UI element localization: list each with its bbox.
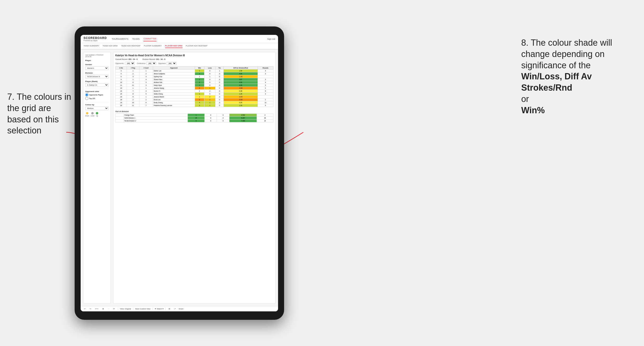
cell-diff: -3.00 bbox=[224, 87, 258, 90]
data-table: # Div # Reg # Conf Opponent Win Loss Tie… bbox=[115, 66, 274, 107]
table-row: 9 1 4 Sharon Mun 1 0 0 3.67 3 bbox=[116, 78, 274, 81]
cell-div: 18 bbox=[116, 98, 127, 101]
level-dot bbox=[91, 112, 94, 114]
radio-opponents-played-input[interactable] bbox=[85, 93, 88, 96]
sub-nav-team-h2h-grid[interactable]: TEAM H2H GRID bbox=[102, 44, 118, 48]
cell-div: 14 bbox=[116, 90, 127, 93]
cell-loss: 0 bbox=[204, 69, 216, 72]
sub-nav-player-h2h-grid[interactable]: PLAYER H2H GRID bbox=[165, 44, 182, 48]
cell-win: 1 bbox=[195, 75, 204, 78]
opponents-filter-select[interactable]: (All) bbox=[125, 62, 135, 65]
cell-reg: 11 bbox=[127, 84, 140, 87]
down-dot bbox=[86, 112, 88, 114]
cell-loss: 0 bbox=[204, 72, 216, 75]
gender-section: Gender Women's bbox=[85, 63, 108, 70]
cell-diff: 0.30 bbox=[224, 101, 258, 104]
opponent-filter-select[interactable]: (All) bbox=[166, 62, 176, 65]
filter-conference-label: Conference bbox=[137, 62, 146, 64]
sub-nav-player-h2h-heatmap[interactable]: PLAYER H2H HEATMAP bbox=[186, 44, 208, 48]
table-row: 20 11 7 Federica Domecq Lacroze 2 1 0 1.… bbox=[116, 104, 274, 107]
radio-opponents-played[interactable]: Opponents Played bbox=[85, 93, 108, 96]
toolbar-edit[interactable]: · · bbox=[107, 307, 110, 310]
cell-conf: 4 bbox=[139, 78, 153, 81]
sub-nav-team-summary[interactable]: TEAM SUMMARY bbox=[84, 44, 99, 48]
toolbar-grid[interactable]: ⊞ bbox=[101, 307, 105, 310]
toolbar-undo[interactable]: ↩ bbox=[83, 307, 87, 310]
division-select[interactable]: NCAA Division III bbox=[85, 75, 108, 78]
sub-nav-team-h2h-heatmap[interactable]: TEAM H2H HEATMAP bbox=[121, 44, 140, 48]
left-annotation-text: 7. The colours in the grid are based on … bbox=[7, 92, 71, 135]
sign-out[interactable]: Sign out bbox=[267, 38, 275, 40]
conference-filter-select[interactable]: (All) bbox=[146, 62, 156, 65]
filter-row: Opponents: (All) Conference (All) Oppone… bbox=[115, 62, 274, 65]
divider2 bbox=[85, 102, 108, 102]
sub-nav-player-summary[interactable]: PLAYER SUMMARY bbox=[144, 44, 162, 48]
nav-committee[interactable]: COMMITTEE bbox=[144, 36, 156, 41]
col-rounds: Rounds bbox=[258, 67, 273, 69]
cell-diff: 4.00 bbox=[224, 81, 258, 84]
grid-record: Overall Record: 353 - 34 - 6 Division Re… bbox=[115, 58, 274, 60]
cell-diff: 1.25 bbox=[224, 93, 258, 95]
col-reg: # Reg bbox=[127, 67, 140, 69]
cell-diff: 4.500 bbox=[230, 114, 257, 117]
save-custom-view-label: Save Custom View bbox=[135, 308, 150, 310]
radio-top100[interactable]: Top 100 bbox=[85, 97, 108, 100]
player-section: Player bbox=[85, 59, 108, 62]
cell-win: 4 bbox=[195, 101, 204, 104]
cell-reg: 6 bbox=[127, 81, 140, 84]
left-annotation: 7. The colours in the grid are based on … bbox=[7, 91, 72, 136]
gender-select[interactable]: Women's bbox=[85, 66, 108, 70]
cell-div: 16 bbox=[116, 95, 127, 98]
toolbar-share[interactable]: Share bbox=[179, 308, 184, 310]
cell-loss: 0 bbox=[204, 117, 217, 120]
toolbar-save-custom-view[interactable]: Save Custom View bbox=[135, 308, 150, 310]
toolbar-reset[interactable]: ↩↪ bbox=[94, 307, 100, 310]
nav-tournaments[interactable]: TOURNAMENTS bbox=[112, 37, 128, 41]
toolbar-layout[interactable]: ⊞ bbox=[168, 307, 171, 310]
toolbar-watch[interactable]: 👁 Watch ▾ bbox=[154, 308, 164, 310]
cell-tie: 1 bbox=[216, 69, 224, 72]
cell-conf: 2 bbox=[139, 98, 153, 101]
radio-top100-input[interactable] bbox=[85, 97, 88, 100]
cell-diff: 3.67 bbox=[224, 78, 258, 81]
cell-rounds: 30 bbox=[257, 117, 273, 120]
cell-rounds: 3 bbox=[258, 84, 273, 87]
cell-conf: 1 bbox=[139, 95, 153, 98]
cell-tie: 0 bbox=[217, 114, 230, 117]
table-row: 13 1 1 Jessica Huang 0 1 0 -3.00 2 bbox=[116, 87, 274, 90]
cell-opponent: Jessica Mason bbox=[153, 95, 195, 98]
cell-div: 19 bbox=[116, 101, 127, 104]
nav-teams[interactable]: TEAMS bbox=[132, 37, 140, 41]
grid-area: Katelyn Vo Head-to-Head Grid for Women's… bbox=[113, 52, 276, 304]
cell-rounds: 3 bbox=[258, 78, 273, 81]
cell-reg: 7 bbox=[127, 90, 140, 93]
toolbar-refresh[interactable]: ⟳ bbox=[112, 307, 116, 310]
cell-opponent: NAIA Division 1 bbox=[124, 117, 188, 120]
toolbar-sep2 bbox=[133, 308, 133, 310]
cell-win: 0 bbox=[195, 87, 204, 90]
cell-rounds: 4 bbox=[258, 69, 273, 72]
cell-reg: 1 bbox=[127, 87, 140, 90]
cell-tie: 0 bbox=[217, 117, 230, 120]
down-label: Down bbox=[85, 115, 89, 117]
cell-colspan bbox=[116, 117, 124, 120]
cell-opponent: Sydney Kuo bbox=[153, 75, 195, 78]
cell-conf: 6 bbox=[139, 101, 153, 104]
player-rank-select[interactable]: 8. Katelyn Vo bbox=[85, 83, 108, 87]
cell-diff: -5.00 bbox=[224, 98, 258, 101]
cell-win: 1 bbox=[195, 93, 204, 95]
cell-diff: 7.400 bbox=[230, 120, 257, 122]
table-row: 3 1 1 Esther Lee 1 0 1 1.50 4 bbox=[116, 69, 274, 72]
toolbar-view-original[interactable]: View: Original bbox=[120, 308, 131, 310]
cell-win: 1 bbox=[188, 114, 204, 117]
colour-by-select[interactable]: Win/loss bbox=[85, 107, 108, 110]
cell-rounds bbox=[258, 95, 273, 98]
cell-opponent: Heejo Hyun bbox=[153, 84, 195, 87]
cell-opponent: Esther Lee bbox=[153, 69, 195, 72]
toolbar-redo[interactable]: ↪ bbox=[88, 307, 92, 310]
view-original-label: View: Original bbox=[120, 308, 131, 310]
cell-div: 20 bbox=[116, 104, 127, 107]
toolbar-export[interactable]: ↗ bbox=[173, 307, 177, 310]
cell-tie: 0 bbox=[216, 95, 224, 98]
table-row: 10 6 3 Andrea York 2 0 0 4.00 4 bbox=[116, 81, 274, 84]
